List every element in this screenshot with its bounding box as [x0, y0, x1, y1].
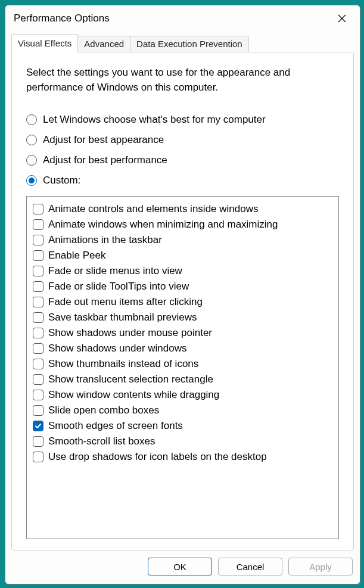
checkbox[interactable] [33, 204, 43, 214]
check-row[interactable]: Slide open combo boxes [33, 403, 332, 418]
radio-row[interactable]: Let Windows choose what's best for my co… [26, 114, 339, 126]
check-row[interactable]: Use drop shadows for icon labels on the … [33, 449, 332, 465]
intro-text: Select the settings you want to use for … [26, 66, 339, 95]
radio-row[interactable]: Custom: [26, 175, 339, 186]
check-row[interactable]: Fade or slide ToolTips into view [33, 279, 332, 294]
performance-options-window: Performance Options Visual EffectsAdvanc… [5, 5, 360, 584]
tab-strip: Visual EffectsAdvancedData Execution Pre… [11, 34, 354, 52]
tab-advanced[interactable]: Advanced [77, 36, 130, 52]
radio-label: Let Windows choose what's best for my co… [43, 114, 266, 126]
check-row[interactable]: Save taskbar thumbnail previews [33, 310, 332, 325]
check-row[interactable]: Fade out menu items after clicking [33, 294, 332, 310]
checkbox[interactable] [33, 359, 43, 369]
checkbox[interactable] [33, 436, 43, 447]
radio-label: Custom: [43, 175, 80, 186]
check-row[interactable]: Animate windows when minimizing and maxi… [33, 217, 332, 232]
check-label: Slide open combo boxes [48, 405, 159, 416]
checkbox[interactable] [33, 297, 43, 307]
tabpanel-visual-effects: Select the settings you want to use for … [11, 52, 354, 550]
checkbox[interactable] [33, 421, 43, 431]
ok-button[interactable]: OK [148, 558, 212, 575]
check-row[interactable]: Show window contents while dragging [33, 387, 332, 403]
checkbox[interactable] [33, 343, 43, 354]
content-area: Visual EffectsAdvancedData Execution Pre… [5, 30, 360, 584]
check-label: Show shadows under windows [48, 343, 186, 354]
check-row[interactable]: Animations in the taskbar [33, 232, 332, 248]
checkbox[interactable] [33, 328, 43, 338]
radio-row[interactable]: Adjust for best appearance [26, 134, 339, 146]
checkbox[interactable] [33, 390, 43, 400]
checkbox[interactable] [33, 374, 43, 385]
radio-indicator[interactable] [26, 175, 37, 186]
checkbox[interactable] [33, 312, 43, 323]
check-label: Fade or slide ToolTips into view [48, 281, 189, 293]
check-row[interactable]: Show shadows under mouse pointer [33, 325, 332, 341]
titlebar: Performance Options [5, 5, 360, 30]
check-label: Animations in the taskbar [48, 234, 162, 246]
radio-indicator[interactable] [26, 114, 37, 125]
effects-checklist[interactable]: Animate controls and elements inside win… [26, 196, 339, 539]
radio-label: Adjust for best performance [43, 154, 167, 166]
tab-label: Data Execution Prevention [136, 39, 242, 49]
checkbox[interactable] [33, 250, 43, 261]
check-row[interactable]: Show thumbnails instead of icons [33, 356, 332, 372]
button-row: OK Cancel Apply [11, 550, 354, 578]
close-icon [338, 14, 346, 23]
radio-row[interactable]: Adjust for best performance [26, 154, 339, 166]
checkbox[interactable] [33, 405, 43, 416]
tab-label: Advanced [84, 39, 124, 49]
check-label: Smooth edges of screen fonts [48, 420, 183, 432]
tab-visual-effects[interactable]: Visual Effects [11, 34, 78, 52]
radio-indicator[interactable] [26, 155, 37, 166]
check-row[interactable]: Smooth-scroll list boxes [33, 434, 332, 449]
check-label: Save taskbar thumbnail previews [48, 312, 197, 323]
check-label: Use drop shadows for icon labels on the … [48, 451, 267, 463]
check-row[interactable]: Show shadows under windows [33, 341, 332, 356]
checkbox[interactable] [33, 281, 43, 292]
checkbox[interactable] [33, 219, 43, 230]
close-button[interactable] [330, 9, 354, 28]
check-row[interactable]: Show translucent selection rectangle [33, 372, 332, 387]
tab-label: Visual Effects [18, 38, 71, 48]
check-label: Animate controls and elements inside win… [48, 203, 258, 215]
check-label: Smooth-scroll list boxes [48, 435, 155, 447]
check-row[interactable]: Animate controls and elements inside win… [33, 201, 332, 217]
apply-button[interactable]: Apply [288, 558, 353, 575]
check-label: Animate windows when minimizing and maxi… [48, 219, 278, 231]
check-label: Enable Peek [48, 250, 105, 262]
check-row[interactable]: Enable Peek [33, 248, 332, 263]
check-label: Show window contents while dragging [48, 389, 219, 401]
checkbox[interactable] [33, 452, 43, 462]
tab-data-execution-prevention[interactable]: Data Execution Prevention [130, 36, 249, 52]
check-label: Show translucent selection rectangle [48, 374, 213, 385]
check-row[interactable]: Fade or slide menus into view [33, 263, 332, 279]
check-label: Fade or slide menus into view [48, 265, 182, 277]
radio-group: Let Windows choose what's best for my co… [26, 114, 339, 186]
check-label: Show shadows under mouse pointer [48, 327, 212, 339]
check-row[interactable]: Smooth edges of screen fonts [33, 418, 332, 434]
check-label: Show thumbnails instead of icons [48, 358, 198, 370]
cancel-button[interactable]: Cancel [218, 558, 282, 575]
radio-label: Adjust for best appearance [43, 134, 164, 146]
radio-indicator[interactable] [26, 135, 37, 145]
check-label: Fade out menu items after clicking [48, 296, 203, 308]
checkbox[interactable] [33, 266, 43, 276]
check-icon [35, 422, 42, 430]
window-title: Performance Options [14, 13, 110, 24]
checkbox[interactable] [33, 235, 43, 245]
